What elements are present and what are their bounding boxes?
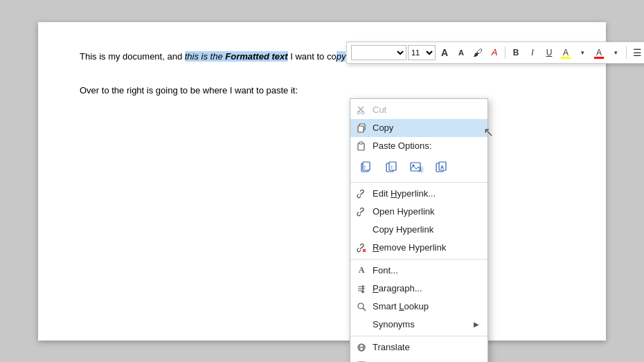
context-menu-open-hyperlink[interactable]: Open Hyperlink — [350, 203, 488, 221]
context-menu-copy-hyperlink[interactable]: Copy Hyperlink — [350, 221, 488, 239]
context-menu-edit-hyperlink[interactable]: Edit Hyperlink... — [350, 185, 488, 203]
copy-hyperlink-icon — [356, 224, 367, 235]
font-size-select[interactable]: 11 — [408, 45, 436, 60]
svg-rect-7 — [359, 142, 363, 144]
copy-label: Copy — [373, 123, 479, 133]
svg-text:A: A — [419, 168, 422, 172]
document-area: This is my document, and this is the For… — [38, 22, 606, 341]
open-hyperlink-icon — [356, 206, 367, 217]
edit-hyperlink-icon — [356, 188, 367, 199]
list-button[interactable]: ☰ — [629, 45, 644, 60]
remove-hyperlink-label: Remove Hyperlink — [373, 242, 479, 253]
context-separator-2 — [350, 259, 488, 260]
cut-label: Cut — [373, 105, 479, 115]
remove-hyperlink-icon — [356, 242, 367, 253]
font-shrink-button[interactable]: A — [454, 45, 469, 60]
font-family-select[interactable] — [351, 45, 406, 60]
dropdown-arrow-highlight[interactable]: ▾ — [575, 45, 590, 60]
context-menu-remove-hyperlink[interactable]: Remove Hyperlink — [350, 239, 488, 257]
font-color-button[interactable]: A — [591, 45, 607, 60]
copy-icon — [356, 123, 367, 134]
toolbar-divider-2 — [626, 46, 627, 59]
paste-icon — [356, 141, 367, 152]
translate-icon — [356, 342, 367, 353]
context-separator-1 — [350, 182, 488, 183]
styles-aa-button[interactable]: A — [487, 45, 502, 60]
document-line-2: Over to the right is going to be where I… — [80, 84, 564, 98]
edit-hyperlink-label: Edit Hyperlink... — [373, 188, 479, 199]
dropdown-arrow-color[interactable]: ▾ — [608, 45, 623, 60]
font-label: Font... — [373, 265, 479, 275]
context-menu-copy[interactable]: Copy — [350, 119, 488, 137]
context-menu-synonyms[interactable]: Synonyms ▶ — [350, 316, 488, 334]
svg-point-27 — [358, 303, 364, 309]
svg-rect-5 — [358, 126, 364, 132]
mini-toolbar: 11 A A 🖌 A B I U A ▾ A ▾ ☰ ▾ ☰ ▾ Styles — [346, 42, 644, 64]
svg-text:A: A — [440, 165, 444, 170]
bold-button[interactable]: B — [508, 45, 524, 60]
open-hyperlink-label: Open Hyperlink — [373, 206, 479, 217]
paste-keep-source-button[interactable]: T — [356, 156, 378, 179]
underline-button[interactable]: U — [542, 45, 557, 60]
context-menu-paste-options-label: Paste Options: — [350, 137, 488, 155]
paste-options-label: Paste Options: — [373, 141, 479, 151]
paste-keep-text-button[interactable]: A — [431, 156, 453, 179]
smart-lookup-label: Smart Lookup — [373, 301, 479, 311]
clear-format-button[interactable]: 🖌 — [470, 45, 485, 60]
doc-text-highlighted: py — [337, 51, 346, 62]
highlight-button[interactable]: A — [558, 45, 573, 60]
synonyms-label: Synonyms — [373, 319, 468, 329]
context-menu-new-comment[interactable]: New Comment — [350, 356, 488, 363]
doc-formatted-text: this is the Formatted text — [185, 51, 288, 62]
translate-label: Translate — [373, 342, 479, 352]
context-separator-3 — [350, 336, 488, 336]
smart-lookup-icon — [356, 301, 367, 312]
context-menu-smart-lookup[interactable]: Smart Lookup — [350, 298, 488, 316]
context-menu-paragraph[interactable]: Paragraph... — [350, 280, 488, 298]
context-menu-translate[interactable]: Translate — [350, 338, 488, 356]
paste-merge-formatting-button[interactable]: T — [381, 156, 403, 179]
paste-options-row: T T A — [350, 155, 488, 180]
svg-text:T: T — [364, 165, 366, 170]
italic-button[interactable]: I — [525, 45, 540, 60]
svg-line-28 — [363, 308, 366, 311]
context-menu-font[interactable]: A Font... — [350, 262, 488, 280]
paragraph-label: Paragraph... — [373, 283, 479, 293]
context-menu-cut[interactable]: Cut — [350, 101, 488, 119]
cut-icon — [356, 105, 367, 116]
font-icon: A — [356, 265, 367, 276]
new-comment-icon — [356, 360, 367, 363]
synonyms-icon — [356, 319, 367, 330]
toolbar-divider-1 — [505, 46, 506, 59]
doc-text-prefix: This is my document, and — [80, 51, 185, 62]
paragraph-icon — [356, 283, 367, 294]
doc-text-suffix: I want to co — [288, 51, 337, 62]
font-grow-button[interactable]: A — [437, 45, 452, 60]
copy-hyperlink-label: Copy Hyperlink — [373, 224, 479, 235]
synonyms-arrow: ▶ — [474, 320, 479, 328]
svg-text:T: T — [391, 165, 393, 170]
paste-picture-button[interactable]: A — [406, 156, 428, 179]
context-menu: Cut Copy Paste Options: — [350, 98, 488, 363]
